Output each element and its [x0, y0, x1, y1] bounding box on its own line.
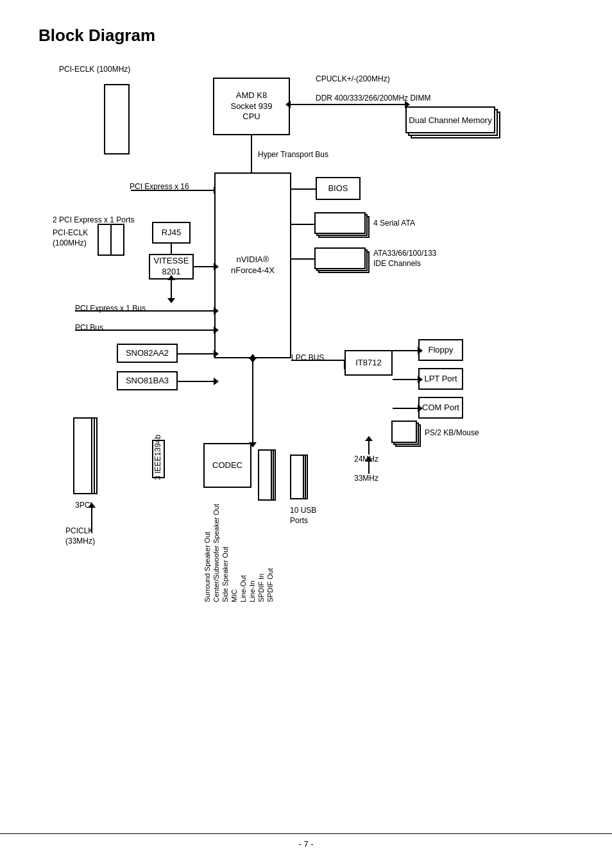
page-footer: - 7 -	[0, 833, 612, 849]
vitesse-rj45-line	[171, 244, 172, 254]
hyper-transport-label: Hyper Transport Bus	[258, 150, 328, 160]
ide-label: ATA33/66/100/133 IDE Channels	[373, 249, 436, 269]
mic-label: MIC	[230, 504, 238, 602]
cpu-box: AMD K8 Socket 939 CPU	[213, 78, 290, 135]
usb-label: 10 USB Ports	[290, 506, 316, 526]
line-out-label: Line-Out	[239, 504, 247, 602]
sno82-arrow	[178, 353, 214, 355]
nforce-box: nVIDIA® nForce4-4X	[214, 172, 291, 358]
page: Block Diagram PCI-ECLK (100MHz) AMD K8 S…	[0, 0, 612, 868]
sno81-arrow	[178, 381, 214, 382]
hyper-transport-arrow	[251, 135, 252, 174]
sno82aa2-box: SNO82AA2	[117, 344, 178, 363]
bios-box: BIOS	[316, 177, 361, 200]
floppy-arrow	[393, 350, 418, 351]
pcie16-arrow	[131, 190, 214, 191]
serial-ata-line	[291, 224, 314, 225]
com-box: COM Port	[418, 397, 463, 419]
lpc-v-line	[344, 360, 345, 369]
cpuclk-label: CPUCLK+/-(200MHz)	[316, 74, 390, 85]
serial-ata-label: 4 Serial ATA	[373, 219, 415, 229]
pcie-slot-top	[104, 84, 130, 154]
pci-eclk-mid-label: PCI-ECLK (100MHz)	[53, 228, 88, 248]
page-title: Block Diagram	[38, 26, 574, 46]
mhz33-label: 33MHz	[354, 474, 378, 484]
pci-bus-label: PCI Bus	[75, 323, 103, 333]
bios-line	[291, 188, 316, 190]
side-label: Side Speaker Out	[221, 504, 229, 602]
pciclk-arrow	[91, 507, 92, 533]
com-arrow	[393, 408, 418, 409]
it8712-box: IT8712	[344, 350, 393, 376]
pcie1-slot2	[110, 224, 124, 256]
pcie1-slot1	[98, 224, 112, 256]
lpt-box: LPT Port	[418, 368, 463, 390]
ide-line	[291, 258, 314, 260]
ps2-label: PS/2 KB/Mouse	[425, 428, 479, 438]
diagram-area: PCI-ECLK (100MHz) AMD K8 Socket 939 CPU …	[40, 58, 572, 802]
vitesse-nforce-arrow	[194, 266, 214, 267]
spdif-out-label: SPDIF Out	[266, 504, 274, 602]
lpc-bus-label: LPC BUS	[291, 353, 324, 363]
pci-bus-arrow	[75, 330, 214, 331]
center-sub-label: Center/Subwoofer Speaker Out	[212, 504, 220, 602]
mhz24-arrow	[368, 440, 370, 455]
pcie1-bus-arrow	[75, 310, 214, 312]
lpt-arrow	[393, 379, 418, 380]
floppy-box: Floppy	[418, 339, 463, 361]
nforce-codec-arrow	[252, 358, 253, 443]
line-in-label: Line-In	[248, 504, 256, 602]
pci-eclk-top-label: PCI-ECLK (100MHz)	[59, 65, 130, 75]
pcie1-bus-label: PCI Express x 1 Bus	[75, 304, 146, 314]
audio-labels: Surround Speaker Out Center/Subwoofer Sp…	[203, 504, 274, 602]
codec-box: CODEC	[203, 443, 251, 488]
ddr-label: DDR 400/333/266/200MHz DIMM	[316, 94, 430, 104]
ieee1394-label: 3 IEEE1394b	[153, 435, 164, 483]
cpu-dimm-arrow	[290, 104, 405, 105]
spdif-in-label: SPDIF In	[257, 504, 265, 602]
mhz33-arrow	[368, 461, 370, 474]
surround-label: Surround Speaker Out	[203, 504, 211, 602]
rj45-box: RJ45	[152, 222, 191, 244]
vitesse-v-arrow	[171, 280, 172, 299]
lpc-connect-line	[291, 360, 344, 361]
sno81ba3-box: SNO81BA3	[117, 371, 178, 390]
